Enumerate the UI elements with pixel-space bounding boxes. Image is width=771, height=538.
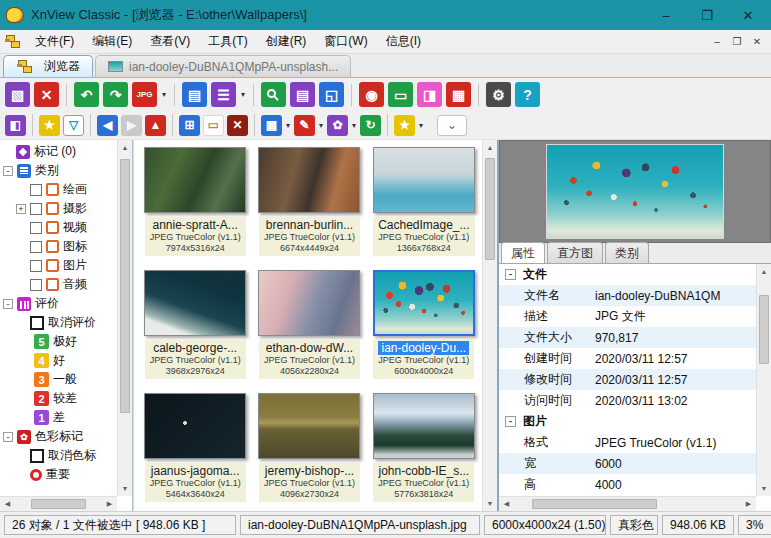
color-label-dropdown-icon[interactable]: ▾ [352, 121, 356, 130]
jpeg-dropdown-icon[interactable]: ▾ [162, 90, 166, 99]
zoom-icon[interactable] [261, 82, 286, 107]
star-icon[interactable]: ★ [394, 115, 415, 136]
thumbnail-item[interactable]: brennan-burlin... JPEG TrueColor (v1.1) … [252, 147, 366, 270]
delete-icon[interactable]: ✕ [227, 115, 248, 136]
checkbox[interactable] [30, 203, 42, 215]
toolbar-overflow-icon[interactable]: ⌄ [437, 115, 467, 136]
thumbnail-item[interactable]: CachedImage_... JPEG TrueColor (v1.1) 13… [367, 147, 481, 270]
batch-convert-icon[interactable]: ▧ [5, 82, 30, 107]
refresh-icon[interactable]: ↻ [360, 115, 381, 136]
tag-edit-icon[interactable]: ✎ [294, 115, 315, 136]
resize-icon[interactable]: ◱ [319, 82, 344, 107]
sidebar-item-unrate[interactable]: 取消评价 [0, 313, 117, 332]
scrollbar-thumb[interactable] [532, 499, 657, 509]
filter-icon[interactable]: ▽ [63, 115, 84, 136]
checkbox[interactable] [30, 260, 42, 272]
tab-histogram[interactable]: 直方图 [547, 242, 603, 263]
menu-tools[interactable]: 工具(T) [199, 29, 256, 54]
rotate-right-icon[interactable]: ↷ [103, 82, 128, 107]
checkbox[interactable] [30, 184, 42, 196]
thumbnail-vertical-scrollbar[interactable]: ▲ ▼ [482, 140, 497, 511]
scroll-down-icon[interactable]: ▼ [118, 481, 132, 496]
favorites-icon[interactable]: ★ [39, 115, 60, 136]
view-mode-dropdown-icon[interactable]: ▾ [286, 121, 290, 130]
contact-sheet-icon[interactable]: ▦ [446, 82, 471, 107]
scroll-left-icon[interactable]: ◀ [0, 497, 15, 511]
thumbnail-item[interactable]: jaanus-jagoma... JPEG TrueColor (v1.1) 5… [138, 393, 252, 511]
checkbox[interactable] [30, 316, 44, 330]
back-icon[interactable]: ◀ [97, 115, 118, 136]
menu-info[interactable]: 信息(I) [377, 29, 430, 54]
sidebar-item-rating[interactable]: - 评价 [0, 294, 117, 313]
collapse-icon[interactable]: - [505, 269, 516, 280]
scroll-down-icon[interactable]: ▼ [757, 481, 771, 496]
scrollbar-thumb[interactable] [120, 159, 130, 413]
collapse-icon[interactable]: - [505, 416, 516, 427]
checkbox[interactable] [30, 241, 42, 253]
sidebar-item-icons[interactable]: 图标 [0, 237, 117, 256]
scroll-right-icon[interactable]: ▶ [102, 497, 117, 511]
collapse-icon[interactable]: - [3, 166, 13, 176]
sidebar-horizontal-scrollbar[interactable]: ◀ ▶ [0, 496, 117, 511]
collapse-icon[interactable]: - [3, 299, 13, 309]
sidebar-item-rating-1[interactable]: 1 差 [0, 408, 117, 427]
scroll-up-icon[interactable]: ▲ [483, 140, 497, 155]
view-thumbnails-icon[interactable]: ▤ [182, 82, 207, 107]
panels-icon[interactable]: ◧ [5, 115, 26, 136]
slideshow-icon[interactable]: ▭ [388, 82, 413, 107]
jpeg-lossless-icon[interactable]: JPG [132, 82, 157, 107]
sidebar-item-categories[interactable]: - 类别 [0, 161, 117, 180]
sidebar-item-rating-3[interactable]: 3 一般 [0, 370, 117, 389]
menu-edit[interactable]: 编辑(E) [83, 29, 141, 54]
sidebar-item-rating-2[interactable]: 2 较差 [0, 389, 117, 408]
mdi-close-button[interactable]: ✕ [747, 33, 767, 51]
checkbox[interactable] [30, 222, 42, 234]
rotate-left-icon[interactable]: ↶ [74, 82, 99, 107]
copy-box-icon[interactable]: ▭ [203, 115, 224, 136]
tab-browser[interactable]: 浏览器 [3, 55, 93, 77]
collapse-icon[interactable]: - [3, 432, 13, 442]
screen-capture-icon[interactable]: ◨ [417, 82, 442, 107]
scrollbar-track[interactable] [15, 497, 102, 511]
settings-icon[interactable]: ⚙ [486, 82, 511, 107]
scroll-up-icon[interactable]: ▲ [757, 264, 771, 279]
scroll-right-icon[interactable]: ▶ [741, 497, 756, 511]
thumbnail-item[interactable]: jeremy-bishop-... JPEG TrueColor (v1.1) … [252, 393, 366, 511]
mdi-minimize-button[interactable]: – [707, 33, 727, 51]
view-dropdown-icon[interactable]: ▾ [241, 90, 245, 99]
scroll-down-icon[interactable]: ▼ [483, 496, 497, 511]
close-button[interactable]: ✕ [731, 3, 765, 27]
sidebar-item-photography[interactable]: + 摄影 [0, 199, 117, 218]
sidebar-item-rating-4[interactable]: 4 好 [0, 351, 117, 370]
menu-window[interactable]: 窗口(W) [315, 29, 376, 54]
color-label-icon[interactable]: ✿ [327, 115, 348, 136]
scrollbar-track[interactable] [483, 155, 497, 496]
scrollbar-thumb[interactable] [31, 499, 86, 509]
properties-vertical-scrollbar[interactable]: ▲ ▼ [756, 264, 771, 496]
view-details-icon[interactable]: ☰ [211, 82, 236, 107]
capture-icon[interactable]: ◉ [359, 82, 384, 107]
thumbnail-item[interactable]: annie-spratt-A... JPEG TrueColor (v1.1) … [138, 147, 252, 270]
sidebar-item-audio[interactable]: 音频 [0, 275, 117, 294]
menu-create[interactable]: 创建(R) [257, 29, 316, 54]
sidebar-item-pictures[interactable]: 图片 [0, 256, 117, 275]
scrollbar-track[interactable] [757, 279, 771, 481]
scroll-up-icon[interactable]: ▲ [118, 140, 132, 155]
preview-pane[interactable] [499, 140, 771, 243]
scrollbar-thumb[interactable] [485, 158, 495, 260]
menu-view[interactable]: 查看(V) [141, 29, 199, 54]
new-folder-icon[interactable]: ⊞ [179, 115, 200, 136]
thumbnail-item[interactable]: ethan-dow-dW... JPEG TrueColor (v1.1) 40… [252, 270, 366, 393]
sidebar-item-uncolor[interactable]: 取消色标 [0, 446, 117, 465]
scrollbar-track[interactable] [514, 497, 741, 511]
tag-dropdown-icon[interactable]: ▾ [319, 121, 323, 130]
properties-horizontal-scrollbar[interactable]: ◀ ▶ [499, 496, 756, 511]
menu-file[interactable]: 文件(F) [26, 29, 83, 54]
sidebar-item-color-labels[interactable]: - 色彩标记 [0, 427, 117, 446]
tab-image[interactable]: ian-dooley-DuBNA1QMpPA-unsplash... [95, 55, 351, 77]
scroll-left-icon[interactable]: ◀ [499, 497, 514, 511]
sidebar-item-video[interactable]: 视频 [0, 218, 117, 237]
checkbox[interactable] [30, 279, 42, 291]
batch-crop-icon[interactable]: ✕ [34, 82, 59, 107]
mdi-restore-button[interactable]: ❐ [727, 33, 747, 51]
